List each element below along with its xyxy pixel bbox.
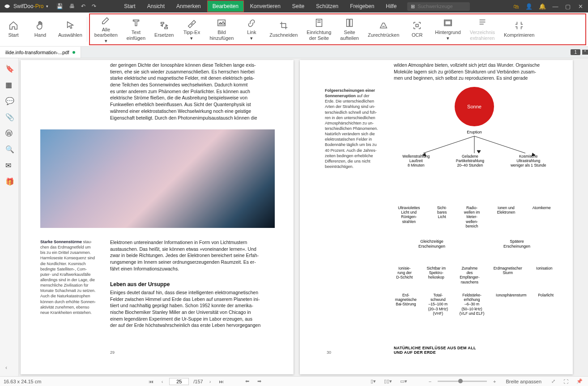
bell-icon[interactable]: 🔔 <box>539 3 546 10</box>
pin-icon[interactable]: 📌 <box>575 378 584 384</box>
left-sidebar: 🔖▦💬📎Ⓦ🔍✉🎁‹ <box>0 58 19 376</box>
tool-label: Komprimieren <box>504 32 534 38</box>
last-page-icon[interactable]: ⏭ <box>217 379 226 384</box>
hand-icon <box>35 21 45 30</box>
first-page-icon[interactable]: ⏮ <box>147 379 155 384</box>
link-icon <box>247 18 256 28</box>
prev-page-icon[interactable]: ‹ <box>160 379 165 384</box>
compress-icon <box>514 21 524 30</box>
sidebar-comments-icon[interactable]: 💬 <box>5 97 13 105</box>
zoom-out-icon[interactable]: − <box>427 379 433 384</box>
pdf-page-left: der geringen Dichte der Ionosphäre könne… <box>21 60 294 374</box>
page-canvas[interactable]: der geringen Dichte der Ionosphäre könne… <box>19 58 588 376</box>
page-indicator-badge[interactable]: 1 <box>571 49 580 55</box>
fit-page-icon[interactable]: ⤢ <box>550 378 557 384</box>
sidebar-thumbs-icon[interactable]: ▦ <box>5 81 13 89</box>
menu-item-schützen[interactable]: Schützen <box>311 0 344 12</box>
tool-search-input[interactable] <box>418 4 466 9</box>
undo-icon[interactable]: ↶ <box>81 3 85 9</box>
edit-tools-highlight: Alle bearbeiten ▾Text einfügenErsetzenTi… <box>89 13 586 45</box>
tool-label: OCR <box>412 32 422 38</box>
menu-item-start[interactable]: Start <box>119 0 141 12</box>
ocr-icon <box>412 21 422 30</box>
menu-item-bearbeiten[interactable]: Bearbeiten <box>207 0 244 12</box>
zoom-slider[interactable] <box>438 381 487 382</box>
pdf-page-right: wilden Atmosphäre bieten, vollzieht sich… <box>300 60 573 374</box>
two-page-view-icon[interactable]: ▯▯▾ <box>382 378 394 384</box>
next-page-icon[interactable]: › <box>208 379 213 384</box>
page-dimensions: 16.63 x 24.15 cm <box>4 379 41 384</box>
prev-view-icon[interactable]: ⬅ <box>243 378 251 384</box>
page-total: /157 <box>193 379 203 384</box>
zoom-fit-label[interactable]: Breite anpassen <box>506 379 542 384</box>
tool-label: Verzeichnis extrahieren <box>470 30 495 41</box>
sidebar-bookmark-icon[interactable]: 🔖 <box>5 64 13 73</box>
tool-alle-bearbeiten[interactable]: Alle bearbeiten ▾ <box>90 14 122 44</box>
shop-icon[interactable]: 🛍 <box>513 3 519 10</box>
tool-ocr[interactable]: OCR <box>404 14 430 44</box>
sidebar-attach-icon[interactable]: 📎 <box>5 113 13 121</box>
single-page-view-icon[interactable]: ▯▾ <box>369 378 378 384</box>
menu-item-seite[interactable]: Seite <box>287 0 310 12</box>
sidebar-word-icon[interactable]: Ⓦ <box>5 129 13 137</box>
tool-hintergrund[interactable]: Hintergrund ▾ <box>430 14 465 44</box>
page1-margin-note: Starke Sonnenstürme stau- chen das Erdma… <box>40 239 103 315</box>
menu-item-konvertieren[interactable]: Konvertieren <box>245 0 286 12</box>
edit-icon <box>101 15 111 25</box>
page-number-input[interactable] <box>169 378 189 385</box>
next-view-icon[interactable]: ➡ <box>256 378 263 384</box>
tool-hand[interactable]: Hand <box>27 13 54 46</box>
tool-label: Zuschneiden <box>269 32 298 38</box>
tool-link[interactable]: Link ▾ <box>238 14 265 44</box>
tool-auswählen[interactable]: Auswählen <box>54 13 87 46</box>
grid-icon: ⊞ <box>411 4 415 9</box>
menu-item-freigeben[interactable]: Freigeben <box>345 0 379 12</box>
fullscreen-icon[interactable]: ⛶ <box>562 379 570 384</box>
diagram-cell: Erdmagnetischer Sturm <box>494 266 522 284</box>
page1-aurora-image <box>40 129 275 228</box>
tool-zuschneiden[interactable]: Zuschneiden <box>265 14 302 44</box>
minimize-icon[interactable]: — <box>552 3 558 10</box>
tool-zurechtrücken[interactable]: Zurechtrücken <box>363 14 404 44</box>
close-icon[interactable]: ✕ <box>577 3 584 10</box>
sidebar-collapse-icon[interactable]: ‹ <box>5 365 7 371</box>
tool-ersetzen[interactable]: Ersetzen <box>150 14 178 44</box>
sidebar-search-icon[interactable]: 🔍 <box>5 145 13 153</box>
app-menu-caret-icon[interactable]: ▾ <box>46 4 48 9</box>
status-bar: 16.63 x 24.15 cm ⏮ ‹ /157 › ⏭ ⬅ ➡ ▯▾ ▯▯▾… <box>0 376 588 386</box>
diagram-cell: Geladene Partikelstrahlung 20–40 Stunden <box>456 154 484 168</box>
menu-item-ansicht[interactable]: Ansicht <box>142 0 170 12</box>
tool-label: Zurechtrücken <box>368 32 399 38</box>
tool-komprimieren[interactable]: Komprimieren <box>499 14 539 44</box>
zoom-in-icon[interactable]: + <box>491 379 498 384</box>
toc-icon <box>477 18 487 28</box>
tool-label: Ersetzen <box>154 32 174 38</box>
tool-bild-hinzufügen[interactable]: Bild hinzufügen <box>205 14 238 44</box>
menu-item-hilfe[interactable]: Hilfe <box>380 0 402 12</box>
image-icon <box>217 18 226 28</box>
tool-einrichtung-der-seite[interactable]: Einrichtung der Seite <box>302 14 336 44</box>
maximize-icon[interactable]: ▢ <box>565 3 571 10</box>
tool-tipp-ex[interactable]: Tipp-Ex ▾ <box>178 14 205 44</box>
sidebar-gift-icon[interactable]: 🎁 <box>5 177 13 185</box>
svg-marker-3 <box>477 150 481 153</box>
collapse-ribbon-icon[interactable]: ˄ <box>582 50 588 55</box>
menu-item-anmerken[interactable]: Anmerken <box>171 0 206 12</box>
tool-start[interactable]: Start <box>0 13 27 46</box>
account-icon[interactable]: 👤 <box>525 3 533 10</box>
tool-search[interactable]: ⊞ <box>407 2 470 11</box>
redo-icon[interactable]: ↷ <box>92 3 96 9</box>
save-icon[interactable]: 💾 <box>56 3 63 9</box>
read-mode-icon[interactable]: ▭▾ <box>398 378 409 384</box>
tool-text-einfügen[interactable]: Text einfügen <box>122 14 150 44</box>
page1-heading: Leben aus der Ursuppe <box>110 281 285 287</box>
tool-seite-aufteilen[interactable]: Seite aufteilen <box>336 14 363 44</box>
diagram-cell: Kosmische Ultrastrahlung weniger als 1 S… <box>511 154 546 168</box>
vertical-scrollbar[interactable] <box>579 60 584 374</box>
tool-label: Auswählen <box>58 32 82 38</box>
tool-verzeichnis-extrahieren: Verzeichnis extrahieren <box>465 14 499 44</box>
sidebar-mail-icon[interactable]: ✉ <box>5 161 13 169</box>
print-icon[interactable]: 🖶 <box>69 3 75 9</box>
document-tab[interactable]: ilide.info-transformation-...pdf <box>0 47 81 58</box>
pagesetup-icon <box>314 18 324 28</box>
